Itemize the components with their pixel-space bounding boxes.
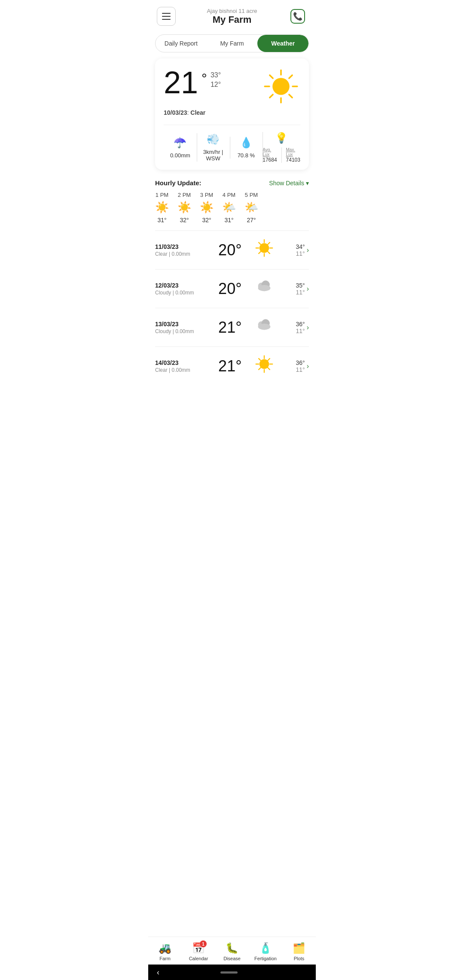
nav-plots-label: Plots xyxy=(294,956,304,961)
menu-button[interactable] xyxy=(157,7,176,26)
forecast-desc-3: Cloudy | 0.00mm xyxy=(155,328,210,334)
bottom-nav: 🚜 Farm 1 📅 Calendar 🐛 Disease 🧴 Fertigat… xyxy=(148,937,316,965)
wind-icon: 💨 xyxy=(207,133,220,145)
nav-calendar-label: Calendar xyxy=(189,956,208,961)
forecast-icon-1 xyxy=(250,238,278,262)
flask-icon: 🧴 xyxy=(259,942,272,954)
forecast-low-1: 11° xyxy=(296,250,305,257)
sun-icon xyxy=(262,67,300,106)
chevron-icon-2: › xyxy=(307,285,309,293)
header: Ajay bishnoi 11 acre My Farm 📞 xyxy=(148,0,316,31)
forecast-temp-2: 20° xyxy=(210,280,250,298)
forecast-row-3[interactable]: 13/03/23 Cloudy | 0.00mm 21° 36° 11° › xyxy=(148,308,316,346)
forecast-date-3: 13/03/23 xyxy=(155,321,210,328)
hour-item-4: 4 PM 🌤️ 31° xyxy=(222,192,236,224)
chevron-icon-3: › xyxy=(307,324,309,331)
wind-value: 3km/hr | WSW xyxy=(197,149,230,162)
forecast-low-3: 11° xyxy=(296,328,305,334)
rain-value: 0.00mm xyxy=(170,152,190,159)
hour-item-5: 5 PM 🌤️ 27° xyxy=(244,192,258,224)
hour-label-4: 4 PM xyxy=(223,192,235,198)
forecast-range-2: 35° 11° xyxy=(278,282,305,296)
forecast-desc-2: Cloudy | 0.00mm xyxy=(155,290,210,296)
hour-sun-icon-1: ☀️ xyxy=(155,201,169,214)
svg-text:📞: 📞 xyxy=(293,12,303,21)
tab-weather[interactable]: Weather xyxy=(257,35,308,52)
forecast-low-4: 11° xyxy=(296,366,305,373)
svg-point-25 xyxy=(258,324,270,330)
bug-icon: 🐛 xyxy=(226,942,238,954)
svg-line-8 xyxy=(289,95,292,98)
svg-line-10 xyxy=(270,95,273,98)
hour-sun-icon-5: 🌤️ xyxy=(244,201,258,214)
forecast-icon-4 xyxy=(250,354,278,378)
temp-range: 33° 12° xyxy=(211,71,221,89)
tab-my-farm[interactable]: My Farm xyxy=(207,35,258,52)
rain-icon: ☂️ xyxy=(174,137,186,149)
current-temperature: 21 xyxy=(164,67,198,98)
hour-label-3: 3 PM xyxy=(200,192,213,198)
chevron-icon-1: › xyxy=(307,246,309,254)
forecast-date-4: 14/03/23 xyxy=(155,359,210,366)
forecast-temp-4: 21° xyxy=(210,357,250,375)
weather-date-value: 10/03/23 xyxy=(164,109,187,116)
nav-fertigation[interactable]: 🧴 Fertigation xyxy=(249,940,282,963)
hour-temp-4: 31° xyxy=(224,217,233,224)
home-indicator[interactable] xyxy=(220,971,238,974)
nav-plots[interactable]: 🗂️ Plots xyxy=(282,940,316,963)
weather-date: 10/03/23: Clear xyxy=(164,109,300,116)
weather-stats: ☂️ 0.00mm 💨 3km/hr | WSW 💧 70.8 % 💡 Avg.… xyxy=(164,125,300,163)
svg-line-31 xyxy=(259,358,261,361)
hamburger-icon xyxy=(162,13,171,20)
hour-sun-icon-4: 🌤️ xyxy=(222,201,236,214)
weather-card: 21 ° 33° 12° 10/03/23: Clear ☂️ 0.00mm xyxy=(155,58,309,170)
svg-line-17 xyxy=(268,251,270,254)
nav-calendar[interactable]: 1 📅 Calendar xyxy=(182,940,215,963)
chevron-down-icon: ▾ xyxy=(306,180,309,187)
chevron-icon-4: › xyxy=(307,362,309,370)
tab-bar: Daily Report My Farm Weather xyxy=(155,34,309,52)
avg-lux: Avg. Lux 17684 xyxy=(263,147,277,163)
nav-fertigation-label: Fertigation xyxy=(254,956,277,961)
temp-high: 33° xyxy=(211,71,221,79)
forecast-high-1: 34° xyxy=(296,243,305,250)
hourly-scroll[interactable]: 1 PM ☀️ 31° 2 PM ☀️ 32° 3 PM ☀️ 32° 4 PM… xyxy=(148,192,316,230)
show-details-button[interactable]: Show Details ▾ xyxy=(269,180,309,187)
temp-section: 21 ° 33° 12° xyxy=(164,67,221,98)
tab-daily-report[interactable]: Daily Report xyxy=(156,35,207,52)
lux-icon: 💡 xyxy=(275,132,288,144)
hour-temp-3: 32° xyxy=(202,217,211,224)
svg-line-33 xyxy=(268,358,270,361)
hour-label-1: 1 PM xyxy=(156,192,168,198)
svg-line-7 xyxy=(270,75,273,78)
nav-disease[interactable]: 🐛 Disease xyxy=(215,940,249,963)
nav-farm[interactable]: 🚜 Farm xyxy=(148,940,182,963)
forecast-row-2[interactable]: 12/03/23 Cloudy | 0.00mm 20° 35° 11° › xyxy=(148,270,316,308)
header-title: Ajay bishnoi 11 acre My Farm xyxy=(207,8,257,25)
forecast-date-section-1: 11/03/23 Clear | 0.00mm xyxy=(155,243,210,257)
forecast-range-1: 34° 11° xyxy=(278,243,305,257)
forecast-row-1[interactable]: 11/03/23 Clear | 0.00mm 20° 34° 11° › xyxy=(148,231,316,269)
forecast-low-2: 11° xyxy=(296,289,305,296)
svg-line-34 xyxy=(259,368,261,370)
forecast-date-section-4: 14/03/23 Clear | 0.00mm xyxy=(155,359,210,373)
forecast-date-section-3: 13/03/23 Cloudy | 0.00mm xyxy=(155,321,210,334)
forecast-date-1: 11/03/23 xyxy=(155,243,210,250)
forecast-row-4[interactable]: 14/03/23 Clear | 0.00mm 21° 36° 11° › xyxy=(148,347,316,385)
hour-temp-2: 32° xyxy=(180,217,189,224)
hour-label-2: 2 PM xyxy=(178,192,191,198)
back-button[interactable]: ‹ xyxy=(157,968,159,977)
system-bar: ‹ xyxy=(148,965,316,980)
temp-low: 12° xyxy=(211,81,221,89)
max-lux: Max. Lux 74103 xyxy=(286,147,300,163)
max-lux-label: Max. Lux xyxy=(286,147,300,157)
forecast-range-4: 36° 11° xyxy=(278,359,305,373)
svg-line-9 xyxy=(289,75,292,78)
lux-values: Avg. Lux 17684 Max. Lux 74103 xyxy=(263,147,300,163)
humidity-icon: 💧 xyxy=(240,137,253,149)
nav-farm-label: Farm xyxy=(159,956,171,961)
phone-button[interactable]: 📞 xyxy=(288,7,307,26)
hour-sun-icon-2: ☀️ xyxy=(177,201,191,214)
forecast-desc-4: Clear | 0.00mm xyxy=(155,367,210,373)
weather-condition: Clear xyxy=(190,109,205,116)
